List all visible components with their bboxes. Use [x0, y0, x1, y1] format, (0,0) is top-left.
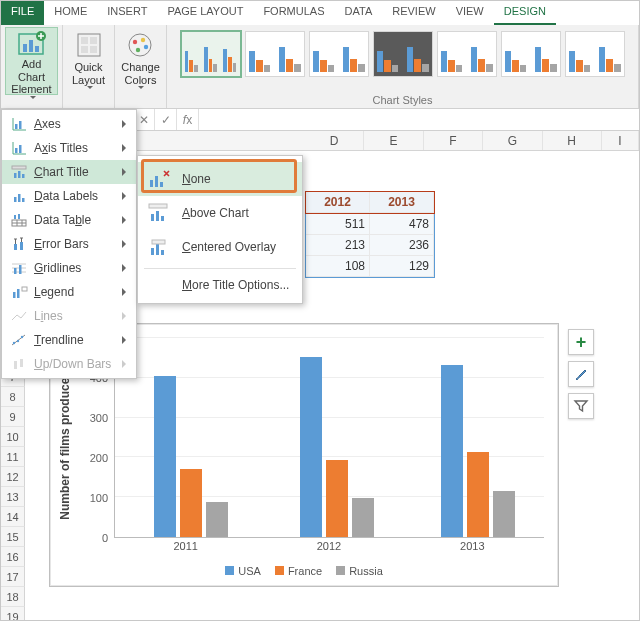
svg-rect-33: [13, 292, 16, 298]
col-g[interactable]: G: [483, 131, 542, 150]
chart-style-6[interactable]: [501, 31, 561, 77]
col-f[interactable]: F: [424, 131, 483, 150]
menu-error-bars[interactable]: Error Bars: [2, 232, 136, 256]
svg-rect-43: [160, 182, 163, 187]
svg-point-38: [21, 336, 23, 338]
svg-rect-35: [22, 287, 27, 291]
chart-style-gallery[interactable]: [177, 27, 629, 81]
row-10[interactable]: 10: [1, 427, 25, 447]
row-8[interactable]: 8: [1, 387, 25, 407]
svg-rect-46: [156, 211, 159, 221]
col-i[interactable]: I: [602, 131, 639, 150]
cell-d2[interactable]: 511: [306, 214, 370, 235]
svg-rect-25: [22, 198, 25, 202]
brush-icon: [573, 366, 589, 382]
menu-axes[interactable]: Axes: [2, 112, 136, 136]
submenu-above-chart[interactable]: Above Chart: [138, 196, 302, 230]
menu-chart-title[interactable]: Chart Title: [2, 160, 136, 184]
submenu-more-title-options[interactable]: More Title Options...: [138, 273, 302, 297]
cell-d4[interactable]: 108: [306, 256, 370, 277]
error-bars-icon: [8, 235, 30, 253]
add-chart-element-menu: Axes Axis Titles Chart Title Data Labels…: [1, 109, 137, 379]
chart-style-2[interactable]: [245, 31, 305, 77]
bar-group-2012[interactable]: [287, 357, 387, 537]
menu-axis-titles[interactable]: Axis Titles: [2, 136, 136, 160]
tab-page-layout[interactable]: PAGE LAYOUT: [157, 1, 253, 25]
bar-group-2011[interactable]: [141, 376, 241, 537]
tab-home[interactable]: HOME: [44, 1, 97, 25]
none-icon: [144, 166, 174, 192]
chart-legend[interactable]: USA France Russia: [50, 562, 558, 580]
svg-point-37: [17, 340, 19, 342]
submenu-none[interactable]: None: [138, 162, 302, 196]
chart-style-7[interactable]: [565, 31, 625, 77]
funnel-icon: [573, 398, 589, 414]
row-11[interactable]: 11: [1, 447, 25, 467]
tab-review[interactable]: REVIEW: [382, 1, 445, 25]
tab-formulas[interactable]: FORMULAS: [253, 1, 334, 25]
above-chart-icon: [144, 200, 174, 226]
trendline-icon: [8, 331, 30, 349]
row-12[interactable]: 12: [1, 467, 25, 487]
cell-e4[interactable]: 129: [370, 256, 434, 277]
svg-rect-47: [161, 216, 164, 221]
tab-design[interactable]: DESIGN: [494, 1, 556, 25]
chart-style-3[interactable]: [309, 31, 369, 77]
svg-rect-1: [23, 44, 27, 52]
menu-legend[interactable]: Legend: [2, 280, 136, 304]
cell-e2[interactable]: 478: [370, 214, 434, 235]
col-e[interactable]: E: [364, 131, 423, 150]
row-17[interactable]: 17: [1, 567, 25, 587]
chart-style-5[interactable]: [437, 31, 497, 77]
y-axis-title[interactable]: Number of films produced: [56, 354, 74, 536]
chart-elements-button[interactable]: +: [568, 329, 594, 355]
cell-e3[interactable]: 236: [370, 235, 434, 256]
cell-d1[interactable]: 2012: [306, 192, 370, 213]
data-labels-icon: [8, 187, 30, 205]
row-14[interactable]: 14: [1, 507, 25, 527]
svg-rect-45: [151, 214, 154, 221]
chart-filters-button[interactable]: [568, 393, 594, 419]
svg-point-36: [13, 342, 15, 344]
tab-insert[interactable]: INSERT: [97, 1, 157, 25]
menu-trendline[interactable]: Trendline: [2, 328, 136, 352]
row-9[interactable]: 9: [1, 407, 25, 427]
cell-e1[interactable]: 2013: [370, 192, 434, 213]
svg-rect-2: [29, 40, 33, 52]
tab-data[interactable]: DATA: [335, 1, 383, 25]
cell-d3[interactable]: 213: [306, 235, 370, 256]
col-h[interactable]: H: [543, 131, 602, 150]
ribbon-tabs: FILE HOME INSERT PAGE LAYOUT FORMULAS DA…: [1, 1, 639, 25]
row-19[interactable]: 19: [1, 607, 25, 621]
tab-file[interactable]: FILE: [1, 1, 44, 25]
fx-icon[interactable]: fx: [177, 109, 199, 130]
chart-styles-button[interactable]: [568, 361, 594, 387]
svg-rect-7: [90, 37, 97, 44]
row-15[interactable]: 15: [1, 527, 25, 547]
plot-area[interactable]: [114, 338, 544, 538]
submenu-centered-overlay[interactable]: Centered Overlay: [138, 230, 302, 264]
chart-style-1[interactable]: [181, 31, 241, 77]
svg-rect-19: [12, 166, 26, 169]
chart-style-4[interactable]: [373, 31, 433, 77]
tab-view[interactable]: VIEW: [446, 1, 494, 25]
add-chart-element-button[interactable]: Add Chart Element: [5, 27, 58, 95]
legend-icon: [8, 283, 30, 301]
enter-icon[interactable]: ✓: [155, 109, 177, 130]
change-colors-button[interactable]: Change Colors: [119, 27, 162, 95]
svg-rect-42: [155, 176, 158, 187]
quick-layout-button[interactable]: Quick Layout: [70, 27, 107, 95]
col-d[interactable]: D: [305, 131, 364, 150]
menu-data-labels[interactable]: Data Labels: [2, 184, 136, 208]
centered-overlay-icon: [144, 234, 174, 260]
row-16[interactable]: 16: [1, 547, 25, 567]
svg-rect-28: [18, 214, 20, 219]
row-18[interactable]: 18: [1, 587, 25, 607]
menu-data-table[interactable]: Data Table: [2, 208, 136, 232]
gridlines-icon: [8, 259, 30, 277]
row-13[interactable]: 13: [1, 487, 25, 507]
menu-gridlines[interactable]: Gridlines: [2, 256, 136, 280]
svg-rect-51: [152, 240, 165, 244]
bar-group-2013[interactable]: [428, 365, 528, 537]
x-axis-labels: 2011 2012 2013: [114, 540, 544, 556]
